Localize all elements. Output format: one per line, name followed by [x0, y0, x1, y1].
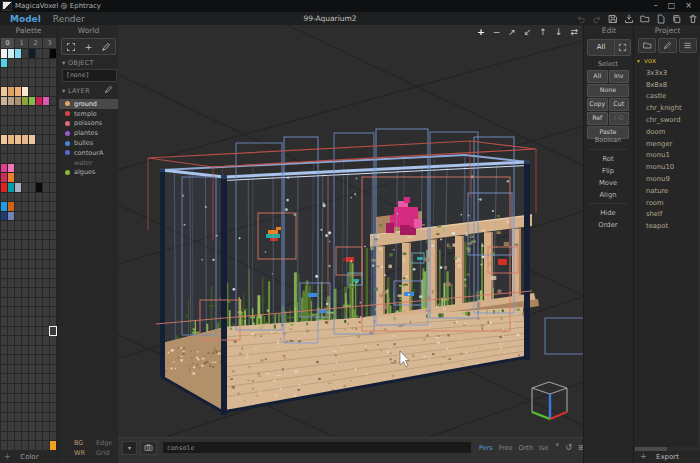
- palette-cell[interactable]: [50, 59, 56, 68]
- project-edit-icon[interactable]: [658, 38, 676, 53]
- palette-cell[interactable]: [29, 97, 35, 106]
- palette-cell[interactable]: [29, 336, 35, 345]
- palette-cell[interactable]: [29, 135, 35, 144]
- palette-cell[interactable]: [15, 145, 21, 154]
- object-name-field[interactable]: [none]: [62, 69, 117, 82]
- palette-cell[interactable]: [15, 403, 21, 412]
- palette-cell[interactable]: [15, 441, 21, 450]
- palette-cell[interactable]: [8, 422, 14, 431]
- palette-cell[interactable]: [29, 355, 35, 364]
- palette-cell[interactable]: [1, 231, 7, 240]
- palette-cell[interactable]: [29, 154, 35, 163]
- palette-cell[interactable]: [22, 317, 28, 326]
- palette-cell[interactable]: [29, 145, 35, 154]
- palette-cell[interactable]: [8, 355, 14, 364]
- palette-cell[interactable]: [8, 317, 14, 326]
- palette-cell[interactable]: [36, 403, 42, 412]
- palette-cell[interactable]: [22, 279, 28, 288]
- palette-cell[interactable]: [15, 269, 21, 278]
- palette-cell[interactable]: [29, 365, 35, 374]
- palette-cell[interactable]: [15, 106, 21, 115]
- palette-cell[interactable]: [43, 346, 49, 355]
- layer-row-contourA[interactable]: contourA: [59, 148, 118, 158]
- palette-cell[interactable]: [36, 173, 42, 182]
- layer-color-dot[interactable]: [65, 111, 70, 116]
- palette-cell[interactable]: [29, 441, 35, 450]
- palette-cell[interactable]: [29, 221, 35, 230]
- palette-cell[interactable]: [43, 365, 49, 374]
- palette-cell[interactable]: [43, 336, 49, 345]
- palette-cell[interactable]: [50, 250, 56, 259]
- duplicate-icon[interactable]: [671, 13, 682, 24]
- edit-item-flip[interactable]: Flip: [584, 165, 632, 177]
- palette-cell[interactable]: [50, 202, 56, 211]
- palette-cell[interactable]: [22, 59, 28, 68]
- palette-cell[interactable]: [1, 212, 7, 221]
- palette-cell[interactable]: [29, 279, 35, 288]
- palette-cell[interactable]: [36, 298, 42, 307]
- palette-cell[interactable]: [50, 78, 56, 87]
- palette-cell[interactable]: [29, 231, 35, 240]
- palette-cell[interactable]: [8, 135, 14, 144]
- palette-cell[interactable]: [36, 202, 42, 211]
- palette-cell[interactable]: [15, 346, 21, 355]
- palette-cell[interactable]: [22, 173, 28, 182]
- palette-cell[interactable]: [1, 154, 7, 163]
- palette-cell[interactable]: [36, 250, 42, 259]
- palette-cell[interactable]: [8, 288, 14, 297]
- palette-cell[interactable]: [1, 250, 7, 259]
- palette-cell[interactable]: [43, 327, 49, 336]
- palette-cell[interactable]: [8, 106, 14, 115]
- palette-cell[interactable]: [43, 260, 49, 269]
- palette-cell[interactable]: [15, 307, 21, 316]
- edit-object-icon[interactable]: [101, 42, 111, 52]
- palette-cell[interactable]: [1, 394, 7, 403]
- palette-cell[interactable]: [43, 154, 49, 163]
- palette-cell[interactable]: [1, 193, 7, 202]
- palette-cell[interactable]: [1, 97, 7, 106]
- minimize-button[interactable]: –: [654, 0, 658, 12]
- palette-cell[interactable]: [8, 394, 14, 403]
- palette-cell[interactable]: [43, 279, 49, 288]
- palette-cell[interactable]: [8, 384, 14, 393]
- palette-cell[interactable]: [36, 394, 42, 403]
- delete-icon[interactable]: [687, 13, 698, 24]
- palette-cell[interactable]: [8, 279, 14, 288]
- palette-cell[interactable]: [15, 193, 21, 202]
- select-frame-icon[interactable]: [66, 42, 76, 52]
- palette-cell[interactable]: [50, 183, 56, 192]
- save-icon[interactable]: [607, 13, 618, 24]
- palette-cell[interactable]: [50, 68, 56, 77]
- palette-cell[interactable]: [36, 374, 42, 383]
- palette-cell[interactable]: [29, 193, 35, 202]
- folder-collapse-icon[interactable]: ▾: [637, 58, 640, 64]
- palette-cell[interactable]: [8, 240, 14, 249]
- palette-cell[interactable]: [1, 403, 7, 412]
- palette-cell[interactable]: [29, 68, 35, 77]
- palette-cell[interactable]: [36, 260, 42, 269]
- palette-cell[interactable]: [50, 269, 56, 278]
- color-expand-icon[interactable]: +: [4, 452, 11, 461]
- palette-cell[interactable]: [8, 336, 14, 345]
- palette-cell[interactable]: [22, 202, 28, 211]
- layer-color-dot[interactable]: [65, 141, 70, 146]
- palette-cell[interactable]: [22, 135, 28, 144]
- palette-cell[interactable]: [50, 116, 56, 125]
- palette-cell[interactable]: [1, 173, 7, 182]
- palette-cell[interactable]: [43, 432, 49, 441]
- palette-cell[interactable]: [36, 327, 42, 336]
- palette-cell[interactable]: [36, 346, 42, 355]
- palette-cell[interactable]: [22, 394, 28, 403]
- palette-cell[interactable]: [1, 413, 7, 422]
- palette-cell[interactable]: [29, 260, 35, 269]
- palette-cell[interactable]: [15, 87, 21, 96]
- palette-cell[interactable]: [29, 374, 35, 383]
- palette-cell[interactable]: [29, 432, 35, 441]
- palette-cell[interactable]: [8, 307, 14, 316]
- palette-cell[interactable]: [29, 298, 35, 307]
- palette-cell[interactable]: [43, 422, 49, 431]
- palette-cell[interactable]: [15, 116, 21, 125]
- palette-cell[interactable]: [8, 432, 14, 441]
- console-dropdown-button[interactable]: ▾: [122, 441, 137, 455]
- object-section-header[interactable]: ▾ OBJECT: [62, 59, 94, 67]
